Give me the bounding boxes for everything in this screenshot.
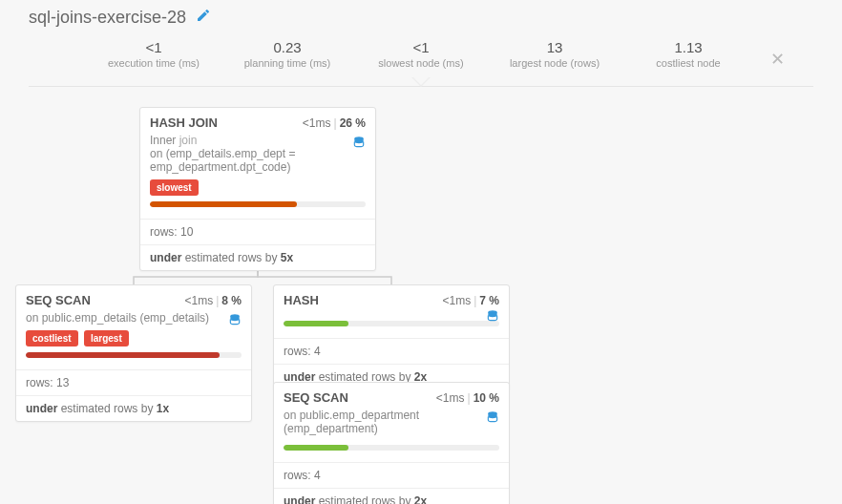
node-hash[interactable]: HASH <1ms|7 % rows: 4 under estimated ro… xyxy=(273,284,510,390)
progress-bar xyxy=(284,321,499,326)
stat-value: <1 xyxy=(106,39,201,55)
stats-pointer-icon xyxy=(411,77,431,87)
database-icon[interactable] xyxy=(486,309,499,326)
tag-largest: largest xyxy=(84,330,129,346)
scan-target: on public.emp_department (emp_department… xyxy=(284,409,419,435)
stat-planning-time: 0.23 planning time (ms) xyxy=(240,39,335,69)
node-title: SEQ SCAN xyxy=(26,293,91,307)
tag-slowest: slowest xyxy=(150,179,199,196)
stat-largest-node: 13 largest node (rows) xyxy=(507,39,602,69)
rows-info: rows: 13 xyxy=(16,369,251,395)
edit-icon[interactable] xyxy=(196,8,211,28)
node-metrics: <1ms|8 % xyxy=(185,294,242,307)
scan-target: on public.emp_details (emp_details) xyxy=(26,311,209,325)
stat-costliest-node: 1.13 costliest node xyxy=(641,39,736,69)
join-condition: on (emp_details.emp_dept = emp_departmen… xyxy=(150,147,295,174)
stat-value: 1.13 xyxy=(641,39,736,55)
page-title: sql-joins-exercise-28 xyxy=(29,8,186,28)
stat-execution-time: <1 execution time (ms) xyxy=(106,39,201,69)
node-title: HASH xyxy=(284,293,319,307)
database-icon[interactable] xyxy=(486,410,499,427)
estimate-info: under estimated rows by 2x xyxy=(274,488,509,504)
node-hash-join[interactable]: HASH JOIN <1ms|26 % Inner join on (emp_d… xyxy=(139,107,376,271)
progress-bar xyxy=(26,352,242,358)
tag-costliest: costliest xyxy=(26,330,78,346)
stat-label: execution time (ms) xyxy=(106,57,201,69)
stat-value: 13 xyxy=(507,39,602,55)
database-icon[interactable] xyxy=(228,313,242,329)
stat-label: slowest node (ms) xyxy=(373,57,469,69)
stat-value: 0.23 xyxy=(240,39,335,55)
database-icon[interactable] xyxy=(352,136,366,152)
join-word: join xyxy=(179,134,198,147)
stat-label: largest node (rows) xyxy=(507,57,602,69)
stat-label: costliest node xyxy=(641,57,736,69)
node-metrics: <1ms|10 % xyxy=(436,391,499,405)
node-metrics: <1ms|26 % xyxy=(303,116,366,130)
progress-bar xyxy=(284,445,499,451)
node-metrics: <1ms|7 % xyxy=(443,294,500,307)
stat-value: <1 xyxy=(373,39,469,55)
estimate-info: under estimated rows by 5x xyxy=(140,244,375,270)
join-type: Inner xyxy=(150,134,176,147)
close-icon[interactable]: ✕ xyxy=(770,49,785,70)
rows-info: rows: 10 xyxy=(140,219,375,244)
rows-info: rows: 4 xyxy=(274,338,509,364)
estimate-info: under estimated rows by 1x xyxy=(16,395,251,421)
rows-info: rows: 4 xyxy=(274,462,509,488)
node-title: SEQ SCAN xyxy=(284,390,348,405)
progress-bar xyxy=(150,201,366,207)
node-seq-scan-emp-details[interactable]: SEQ SCAN <1ms|8 % on public.emp_details … xyxy=(15,284,252,422)
stat-slowest-node: <1 slowest node (ms) xyxy=(373,39,469,69)
stat-label: planning time (ms) xyxy=(240,57,335,69)
node-seq-scan-emp-department[interactable]: SEQ SCAN <1ms|10 % on public.emp_departm… xyxy=(273,382,510,504)
node-title: HASH JOIN xyxy=(150,116,218,130)
